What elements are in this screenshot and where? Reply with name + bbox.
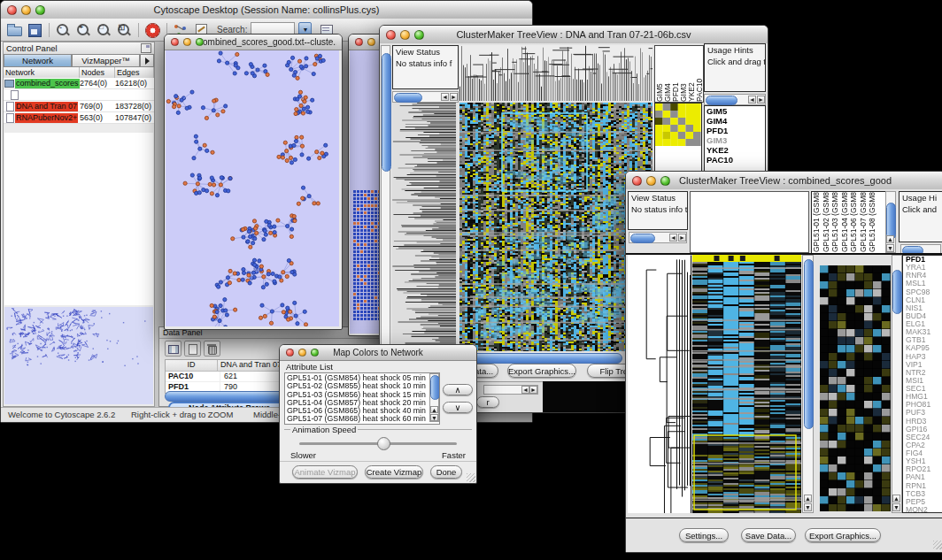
minimize-button[interactable] (298, 349, 306, 357)
RNAPuberNov2+[interactable]: RNAPuberNov2+ 563(0) 107847(0) (4, 112, 154, 124)
scroll-up-arrow-icon[interactable]: ▲ (804, 495, 812, 502)
scroll-right-arrow-icon[interactable]: ► (678, 234, 686, 242)
column-label[interactable]: GPL51-08 (GSM872) (868, 192, 877, 252)
scroll-left-arrow-icon[interactable]: ◄ (441, 93, 449, 101)
column-label[interactable]: GIM3 (679, 46, 687, 102)
scroll-thumb[interactable] (804, 259, 814, 429)
scroll-thumb[interactable] (706, 96, 737, 105)
treeview2-titlebar[interactable]: ClusterMaker TreeView : combined_scores_… (626, 172, 942, 190)
treeview2-gene-dendrogram[interactable] (628, 255, 691, 513)
GIM4[interactable]: GIM4 (705, 116, 765, 126)
column-label[interactable]: GPL51-02 (GSM855) (822, 192, 831, 252)
combined_scores[interactable]: combined_scores 2764(0) 16218(0) (4, 78, 154, 89)
treeview1-status-scrollbar[interactable]: ◄ ► (392, 91, 459, 103)
column-label[interactable]: PAC10 (695, 46, 703, 102)
scroll-thumb[interactable] (430, 375, 440, 400)
zoom-button[interactable] (35, 5, 45, 15)
zoom-in-icon[interactable]: + (75, 22, 92, 38)
scroll-left-arrow-icon[interactable]: ◄ (748, 96, 756, 104)
float-panel-icon[interactable] (141, 43, 151, 53)
close-button[interactable] (7, 5, 17, 15)
column-label[interactable]: GIM4 (663, 46, 671, 102)
GIM3[interactable]: GIM3 (705, 135, 765, 145)
resize-grip[interactable] (466, 472, 476, 483)
animation-speed-slider[interactable] (299, 442, 457, 445)
scroll-down-arrow-icon[interactable]: ▼ (886, 244, 894, 252)
scroll-left-arrow-icon[interactable]: ◄ (521, 386, 529, 394)
treeview2-button[interactable]: Export Graphics... (805, 528, 881, 542)
open-folder-icon[interactable] (6, 22, 23, 38)
minimize-button[interactable] (183, 38, 191, 46)
scroll-thumb[interactable] (886, 203, 896, 240)
treeview2-right-scrollbar[interactable]: ▲ ▼ (892, 255, 902, 513)
treeview1-titlebar[interactable]: ClusterMaker TreeView : DNA and Tran 07-… (380, 26, 768, 44)
column-label[interactable]: GPL51-06 (GSM865) (849, 192, 859, 252)
scroll-right-arrow-icon[interactable]: ► (450, 93, 458, 101)
treeview2-button[interactable]: Settings... (679, 528, 729, 542)
scroll-down-arrow-icon[interactable]: ▼ (430, 414, 438, 421)
treeview2-main-scrollbar[interactable]: ▲ ▼ (802, 255, 814, 513)
scroll-down-arrow-icon[interactable]: ▼ (804, 503, 812, 511)
move-down-button[interactable]: ∨ (443, 402, 473, 413)
scroll-up-arrow-icon[interactable]: ▲ (430, 406, 438, 413)
scroll-left-arrow-icon[interactable]: ◄ (669, 234, 677, 242)
scroll-right-arrow-icon[interactable]: ► (757, 96, 765, 104)
scroll-thumb[interactable] (394, 93, 422, 103)
minimize-button[interactable] (367, 38, 375, 46)
footer-mini-scrollbar[interactable]: ◄ ► (483, 385, 538, 395)
tab[interactable]: Network (4, 54, 72, 67)
YKE2[interactable]: YKE2 (705, 145, 765, 155)
network-overview-thumbnail[interactable] (4, 307, 153, 404)
close-button[interactable] (286, 349, 294, 357)
column-label[interactable]: GPL51-03 (GSM856) (830, 192, 840, 252)
column-label[interactable]: GPL51-01 (GSM854) (812, 192, 822, 252)
save-icon[interactable] (27, 22, 43, 38)
scroll-thumb[interactable] (892, 270, 902, 314)
zoom-selected-icon[interactable]: □ (96, 22, 112, 38)
more-tabs-arrow-icon[interactable] (140, 54, 154, 67)
PFD1[interactable]: PFD1 (705, 126, 765, 135)
treeview1-button[interactable]: Export Graphics... (507, 364, 576, 378)
delete-attribute-icon[interactable] (204, 341, 220, 357)
treeview2-secondary-heatmap[interactable] (820, 265, 891, 511)
new-attribute-icon[interactable] (184, 341, 201, 357)
dialog-button[interactable]: Create Vizmap (365, 465, 423, 479)
treeview1-usage-scrollbar[interactable]: ◄ ► (704, 94, 766, 105)
scroll-right-arrow-icon[interactable]: ► (529, 386, 537, 394)
treeview2-status-scrollbar[interactable]: ◄ ► (629, 232, 687, 243)
column-header[interactable]: Network (4, 67, 80, 78)
slider-thumb[interactable] (377, 437, 390, 450)
treeview1-gene-dendrogram[interactable] (392, 103, 456, 351)
id-column-header[interactable]: ID (166, 360, 218, 371)
treeview1-heatmap[interactable] (459, 103, 652, 351)
treeview1-bottom-scrollbar[interactable] (461, 353, 622, 364)
column-header[interactable]: Edges (115, 67, 154, 78)
resize-grip[interactable] (932, 540, 942, 550)
column-label[interactable]: PFD1 (671, 46, 679, 102)
minimize-button[interactable] (400, 30, 410, 40)
network-canvas[interactable] (166, 50, 339, 326)
treeview2-button[interactable]: Save Data... (741, 528, 796, 542)
column-header[interactable]: Nodes (80, 67, 115, 78)
combined_sco[interactable]: combined_sco 2569(6) 13112(15) (4, 89, 154, 101)
toolbar-separator[interactable] (138, 23, 139, 37)
column-label[interactable]: GIM5 (655, 46, 663, 102)
zoom-button[interactable] (196, 38, 204, 46)
close-button[interactable] (632, 176, 642, 186)
zoom-button[interactable] (660, 176, 670, 186)
DNA and Tran 07[interactable]: DNA and Tran 07 769(0) 183728(0) (4, 101, 154, 112)
GIM5[interactable]: GIM5 (705, 106, 765, 116)
main-titlebar[interactable]: Cytoscape Desktop (Session Name: collins… (1, 1, 532, 19)
attribute-list-item[interactable]: GPL51-07 (GSM868) heat shock 60 min (285, 415, 439, 423)
treeview2-heatmap[interactable] (692, 255, 801, 513)
zoom-fit-icon[interactable]: ◱ (116, 22, 133, 38)
close-button[interactable] (355, 38, 363, 46)
treeview1-column-dendrogram[interactable] (459, 45, 652, 101)
treeview1-left-scrollbar[interactable] (381, 45, 390, 355)
column-label[interactable]: GPL51-04 (GSM857) (840, 192, 850, 252)
minimize-button[interactable] (21, 5, 31, 15)
zoom-button[interactable] (414, 30, 424, 40)
gene-label[interactable]: MON2 (903, 506, 942, 513)
scroll-thumb[interactable] (630, 234, 655, 243)
treeview2-labels-scrollbar[interactable]: ▲ ▼ (885, 191, 896, 253)
